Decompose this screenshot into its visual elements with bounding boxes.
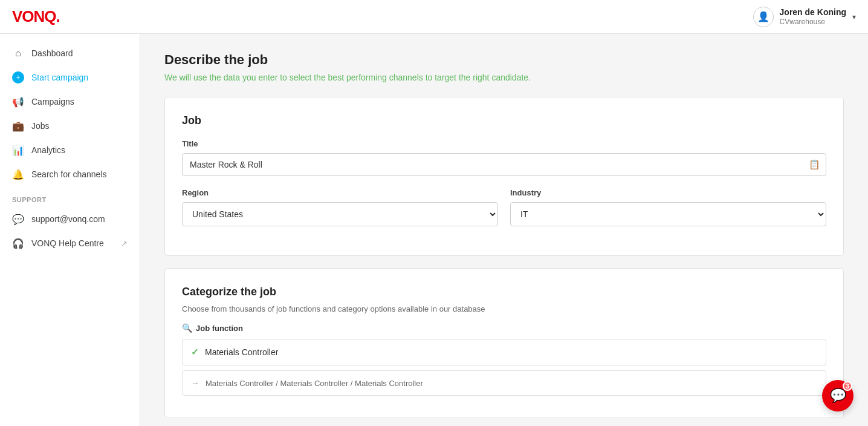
chat-icon: 💬 xyxy=(12,213,24,225)
region-select[interactable]: United States xyxy=(182,202,498,226)
chat-badge: 3 xyxy=(843,381,852,391)
region-label: Region xyxy=(182,188,498,197)
selected-function-label: Materials Controller xyxy=(205,347,278,357)
industry-form-group: Industry IT xyxy=(510,188,826,226)
jobs-icon: 💼 xyxy=(12,120,24,132)
categorize-title: Categorize the job xyxy=(182,286,826,298)
industry-select[interactable]: IT xyxy=(510,202,826,226)
chat-bubble-icon: 💬 xyxy=(830,388,846,404)
clipboard-icon: 📋 xyxy=(809,159,820,170)
categorize-card: Categorize the job Choose from thousands… xyxy=(164,268,844,418)
title-input-wrapper: 📋 xyxy=(182,153,826,176)
sidebar-item-analytics[interactable]: 📊 Analytics xyxy=(0,138,140,162)
check-icon: ✓ xyxy=(191,347,199,358)
sidebar-item-label: Analytics xyxy=(31,145,65,155)
sidebar-item-search-channels[interactable]: 🔔 Search for channels xyxy=(0,162,140,186)
region-form-group: Region United States xyxy=(182,188,498,226)
sidebar-item-label: Jobs xyxy=(31,121,50,131)
sidebar-item-label: VONQ Help Centre xyxy=(31,238,104,248)
sidebar-item-label: Campaigns xyxy=(31,97,74,106)
chat-bubble[interactable]: 💬 3 xyxy=(822,380,853,411)
sidebar-item-dashboard[interactable]: ⌂ Dashboard xyxy=(0,41,140,65)
title-input[interactable] xyxy=(182,153,826,176)
main-content: Describe the job We will use the data yo… xyxy=(140,34,868,426)
title-form-group: Title 📋 xyxy=(182,139,826,176)
sidebar-item-label: Start campaign xyxy=(31,73,88,82)
sidebar-item-label: Dashboard xyxy=(31,48,73,58)
headset-icon: 🎧 xyxy=(12,237,24,249)
job-card: Job Title 📋 Region United States Industr… xyxy=(164,97,844,256)
external-link-icon: ↗ xyxy=(121,239,128,248)
job-card-title: Job xyxy=(182,114,826,127)
bell-icon: 🔔 xyxy=(12,168,24,180)
region-industry-row: Region United States Industry IT xyxy=(182,188,826,238)
function-breadcrumb-item[interactable]: → Materials Controller / Materials Contr… xyxy=(182,370,826,396)
user-avatar-icon[interactable]: 👤 xyxy=(753,7,774,27)
plus-icon: + xyxy=(12,71,24,84)
industry-label: Industry xyxy=(510,188,826,197)
sidebar-item-jobs[interactable]: 💼 Jobs xyxy=(0,114,140,138)
function-breadcrumb-text: Materials Controller / Materials Control… xyxy=(206,379,423,388)
chevron-down-icon[interactable]: ▾ xyxy=(852,13,856,21)
selected-function-item[interactable]: ✓ Materials Controller xyxy=(182,339,826,365)
sidebar-item-label: Search for channels xyxy=(31,169,107,179)
job-function-label: 🔍 Job function xyxy=(182,323,826,333)
page-title: Describe the job xyxy=(164,52,844,68)
layout: ⌂ Dashboard + Start campaign 📢 Campaigns… xyxy=(0,34,868,426)
sidebar-item-campaigns[interactable]: 📢 Campaigns xyxy=(0,90,140,114)
sidebar-item-help-centre[interactable]: 🎧 VONQ Help Centre ↗ xyxy=(0,231,140,255)
sidebar: ⌂ Dashboard + Start campaign 📢 Campaigns… xyxy=(0,34,140,426)
header: VONQ. 👤 Joren de Koning CVwarehouse ▾ xyxy=(0,0,868,34)
campaigns-icon: 📢 xyxy=(12,96,24,108)
sidebar-item-start-campaign[interactable]: + Start campaign xyxy=(0,65,140,90)
header-user-company: CVwarehouse xyxy=(780,18,846,27)
arrow-right-icon: → xyxy=(191,378,199,388)
sidebar-item-support-email[interactable]: 💬 support@vonq.com xyxy=(0,207,140,231)
header-user-name: Joren de Koning xyxy=(780,7,846,18)
header-right: 👤 Joren de Koning CVwarehouse ▾ xyxy=(753,7,856,27)
logo: VONQ. xyxy=(12,7,60,26)
header-user-info: Joren de Koning CVwarehouse xyxy=(780,7,846,27)
search-small-icon: 🔍 xyxy=(182,323,192,333)
support-section-label: SUPPORT xyxy=(0,186,140,207)
sidebar-item-label: support@vonq.com xyxy=(31,214,105,224)
title-label: Title xyxy=(182,139,826,148)
categorize-description: Choose from thousands of job functions a… xyxy=(182,304,826,313)
home-icon: ⌂ xyxy=(12,47,24,59)
page-subtitle: We will use the data you enter to select… xyxy=(164,73,844,82)
analytics-icon: 📊 xyxy=(12,144,24,156)
